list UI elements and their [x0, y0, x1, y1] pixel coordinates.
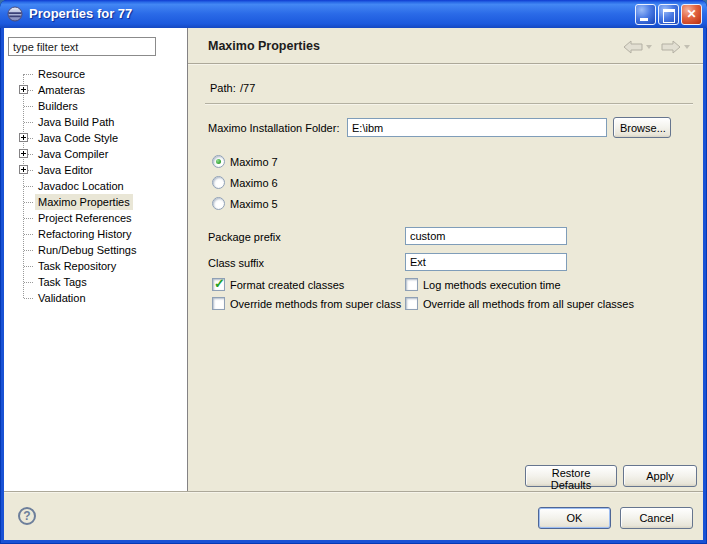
tree-item-java-compiler[interactable]: Java Compiler [4, 146, 187, 162]
window-controls [635, 4, 702, 25]
history-nav [623, 40, 696, 54]
tree-item-java-build-path[interactable]: Java Build Path [4, 114, 187, 130]
checkbox-override-methods-super-class[interactable]: Override methods from super class [212, 297, 401, 310]
tree-item-resource[interactable]: Resource [4, 66, 187, 82]
radio-maximo-6[interactable]: Maximo 6 [212, 176, 278, 189]
path-value: /77 [240, 82, 255, 94]
restore-defaults-button[interactable]: Restore Defaults [525, 465, 617, 487]
tree-item-java-editor[interactable]: Java Editor [4, 162, 187, 178]
tree-item-run-debug-settings[interactable]: Run/Debug Settings [4, 242, 187, 258]
forward-dropdown-icon[interactable] [684, 45, 690, 49]
tree-filter-input[interactable] [8, 37, 156, 56]
ok-button[interactable]: OK [538, 507, 611, 529]
page-title: Maximo Properties [208, 39, 320, 53]
window-title: Properties for 77 [29, 6, 132, 21]
properties-dialog: Properties for 77 Resource Amateras Buil… [0, 0, 707, 544]
radio-unselected-icon[interactable] [212, 197, 225, 210]
path-label: Path: [210, 82, 236, 94]
expand-plus-icon[interactable] [19, 165, 28, 174]
tree-item-validation[interactable]: Validation [4, 290, 187, 306]
package-prefix-input[interactable] [405, 227, 567, 245]
installation-folder-input[interactable] [347, 118, 607, 137]
help-icon[interactable]: ? [18, 507, 36, 525]
preferences-tree-panel: Resource Amateras Builders Java Build Pa… [4, 28, 188, 491]
tree-item-javadoc-location[interactable]: Javadoc Location [4, 178, 187, 194]
minimize-icon[interactable] [635, 4, 656, 25]
maximo-properties-page: Maximo Properties Path: /77 Maximo Insta… [188, 28, 703, 491]
tree-item-refactoring-history[interactable]: Refactoring History [4, 226, 187, 242]
checkbox-unchecked-icon[interactable] [405, 297, 418, 310]
back-dropdown-icon[interactable] [646, 45, 652, 49]
radio-maximo-5[interactable]: Maximo 5 [212, 197, 278, 210]
tree-item-amateras[interactable]: Amateras [4, 82, 187, 98]
maximize-icon[interactable] [658, 4, 679, 25]
checkbox-unchecked-icon[interactable] [405, 278, 418, 291]
class-suffix-label: Class suffix [208, 257, 264, 269]
tree-item-task-tags[interactable]: Task Tags [4, 274, 187, 290]
header-separator [188, 63, 703, 64]
class-suffix-input[interactable] [405, 253, 567, 271]
tree-item-builders[interactable]: Builders [4, 98, 187, 114]
expand-plus-icon[interactable] [19, 149, 28, 158]
expand-plus-icon[interactable] [19, 133, 28, 142]
checkbox-override-all-methods[interactable]: Override all methods from all super clas… [405, 297, 634, 310]
path-separator [205, 103, 693, 104]
close-icon[interactable] [681, 4, 702, 25]
footer-separator [4, 491, 703, 492]
tree-item-task-repository[interactable]: Task Repository [4, 258, 187, 274]
forward-arrow-icon[interactable] [661, 40, 681, 54]
tree-item-java-code-style[interactable]: Java Code Style [4, 130, 187, 146]
checkbox-format-created-classes[interactable]: Format created classes [212, 278, 344, 291]
back-arrow-icon[interactable] [623, 40, 643, 54]
cancel-button[interactable]: Cancel [620, 507, 693, 529]
radio-maximo-7[interactable]: Maximo 7 [212, 155, 278, 168]
preferences-tree: Resource Amateras Builders Java Build Pa… [4, 66, 187, 306]
dialog-body: Resource Amateras Builders Java Build Pa… [4, 28, 703, 540]
tree-item-project-references[interactable]: Project References [4, 210, 187, 226]
package-prefix-label: Package prefix [208, 231, 281, 243]
installation-folder-label: Maximo Installation Folder: [208, 122, 339, 134]
checkbox-log-methods-execution-time[interactable]: Log methods execution time [405, 278, 561, 291]
title-bar[interactable]: Properties for 77 [0, 0, 707, 28]
checkbox-checked-icon[interactable] [212, 278, 225, 291]
eclipse-logo-icon [7, 6, 23, 22]
expand-plus-icon[interactable] [19, 85, 28, 94]
radio-unselected-icon[interactable] [212, 176, 225, 189]
checkbox-unchecked-icon[interactable] [212, 297, 225, 310]
browse-button[interactable]: Browse... [613, 117, 671, 138]
tree-item-maximo-properties[interactable]: Maximo Properties [4, 194, 187, 210]
apply-button[interactable]: Apply [623, 465, 697, 487]
radio-selected-icon[interactable] [212, 155, 225, 168]
